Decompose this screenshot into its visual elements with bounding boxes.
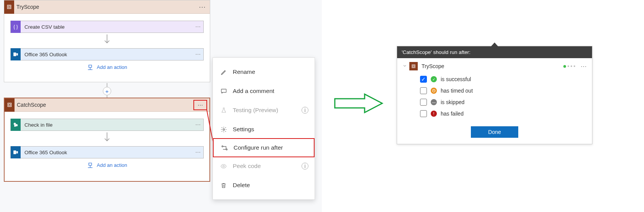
flow-designer-canvas: TryScope ⋯ { } Create CSV table ⋯ Office… [0,0,322,212]
flask-icon [220,107,227,114]
info-icon[interactable]: i [302,107,308,114]
menu-item-label: Peek code [233,163,261,170]
svg-rect-1 [8,6,10,8]
option-label: has timed out [441,88,473,94]
action-menu-button[interactable]: ⋯ [193,122,203,128]
svg-rect-3 [13,52,16,56]
outlook-icon [11,146,21,158]
panel-pointer-icon [491,42,498,46]
svg-rect-26 [412,65,415,68]
action-create-csv-table[interactable]: { } Create CSV table ⋯ [10,21,204,33]
action-office-365-outlook[interactable]: Office 365 Outlook ⋯ [10,48,204,60]
menu-item-label: Add a comment [233,88,274,95]
option-label: has failed [441,111,464,117]
run-after-icon [221,145,228,151]
action-menu-button[interactable]: ⋯ [193,149,203,155]
menu-item-label: Testing (Preview) [233,107,278,114]
outlook-icon [11,48,21,60]
option-has-timed-out[interactable]: has timed out [420,85,588,96]
row-menu-button[interactable]: ⋯ [577,63,587,70]
status-failed-icon: ! [431,111,437,117]
svg-rect-4 [16,53,18,55]
add-action-label: Add an action [97,64,127,70]
action-menu-button[interactable]: ⋯ [193,51,203,57]
option-is-successful[interactable]: ✓ ✓ is successful [420,73,588,85]
scope-icon [4,0,14,14]
menu-item-label: Rename [233,68,255,75]
menu-item-label: Configure run after [234,144,283,151]
action-label: Create CSV table [21,24,193,30]
action-check-in-file[interactable]: Check in file ⋯ [10,119,204,131]
scope-icon [5,98,15,112]
add-action-button[interactable]: Add an action [10,64,204,70]
data-operations-icon: { } [11,21,21,33]
insert-step-button[interactable]: + [103,87,111,95]
status-skipped-icon: — [431,99,437,105]
scope-title: CatchScope [15,102,209,108]
menu-item-rename[interactable]: Rename [213,62,315,82]
svg-point-10 [14,123,16,125]
svg-rect-15 [16,151,18,153]
scope-menu-button[interactable]: ⋯ [195,3,210,11]
run-after-source-row[interactable]: TryScope ⋯ [397,58,592,72]
run-after-panel: 'CatchScope' should run after: TryScope … [397,46,592,144]
comment-icon [220,88,227,95]
svg-rect-16 [89,163,92,165]
menu-item-peek-code: Peek code i [213,157,315,176]
chevron-down-icon[interactable] [402,63,409,70]
menu-item-delete[interactable]: Delete [213,176,315,195]
context-menu: Rename Add a comment Testing (Preview) i… [213,57,315,200]
connector-arrow-icon [10,34,204,45]
trash-icon [220,182,227,189]
svg-rect-0 [7,5,11,8]
menu-item-configure-run-after[interactable]: Configure run after [213,138,315,157]
scope-header-catchscope[interactable]: CatchScope ⋯ [5,98,209,112]
option-is-skipped[interactable]: — is skipped [420,96,588,108]
scope-tryscope: TryScope ⋯ { } Create CSV table ⋯ Office… [4,0,210,82]
menu-item-settings[interactable]: Settings [213,120,315,139]
svg-point-12 [14,125,16,127]
checkbox[interactable] [420,99,427,106]
done-button[interactable]: Done [471,126,518,138]
add-action-button[interactable]: Add an action [10,162,204,168]
scope-menu-button-highlighted[interactable]: ⋯ [193,100,207,110]
panel-header: 'CatchScope' should run after: [397,46,592,58]
scope-header-tryscope[interactable]: TryScope ⋯ [4,0,210,14]
scope-connector: + [103,83,111,98]
eye-icon [220,163,227,170]
svg-rect-5 [89,65,92,67]
source-label: TryScope [422,63,563,69]
action-office-365-outlook[interactable]: Office 365 Outlook ⋯ [10,146,204,158]
pencil-icon [220,69,227,75]
info-icon[interactable]: i [302,163,308,170]
svg-rect-14 [13,150,16,154]
svg-rect-9 [9,104,11,106]
scope-catchscope: CatchScope ⋯ Check in file ⋯ Office 365 … [4,98,210,182]
action-menu-button[interactable]: ⋯ [193,24,203,30]
svg-rect-27 [413,65,414,67]
svg-rect-20 [221,89,226,92]
add-action-label: Add an action [97,162,127,168]
checkbox[interactable]: ✓ [420,76,427,83]
menu-item-testing: Testing (Preview) i [213,101,315,120]
svg-marker-25 [335,94,382,113]
option-has-failed[interactable]: ! has failed [420,108,588,119]
action-label: Office 365 Outlook [21,52,193,57]
status-success-icon: ✓ [431,76,437,82]
gear-icon [220,126,227,133]
annotation-arrow-icon [334,92,384,115]
svg-rect-8 [8,103,11,106]
status-timeout-icon [431,88,437,94]
scope-icon [409,62,418,70]
checkbox[interactable] [420,87,427,94]
svg-point-22 [222,145,223,147]
option-label: is skipped [441,99,464,105]
svg-point-21 [223,129,224,130]
option-label: is successful [441,76,471,82]
action-label: Check in file [21,122,193,128]
sharepoint-icon [11,119,21,131]
scope-title: TryScope [14,4,195,10]
checkbox[interactable] [420,110,427,117]
menu-item-add-comment[interactable]: Add a comment [213,82,315,101]
menu-item-label: Settings [233,126,254,133]
